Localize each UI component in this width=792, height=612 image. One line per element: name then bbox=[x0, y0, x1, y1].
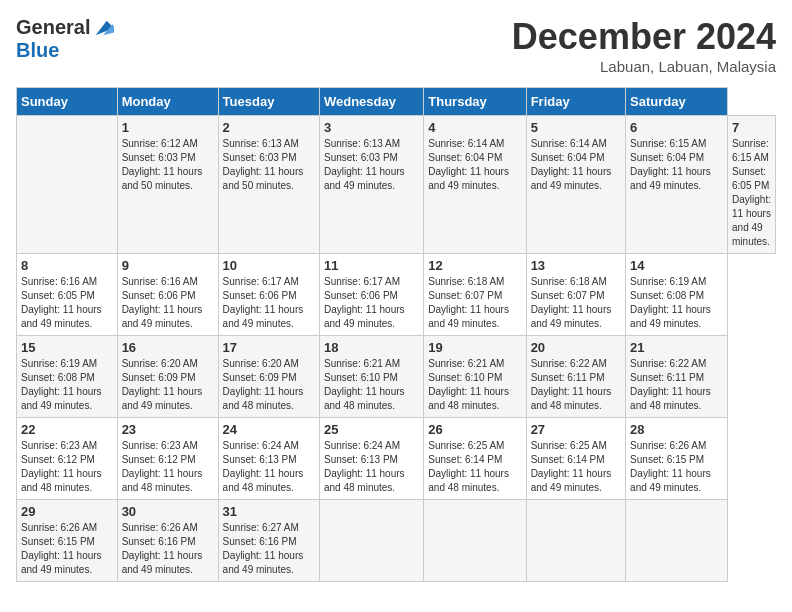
day-number: 28 bbox=[630, 422, 723, 437]
day-info: Sunrise: 6:23 AM Sunset: 6:12 PM Dayligh… bbox=[21, 439, 113, 495]
calendar-cell: 2 Sunrise: 6:13 AM Sunset: 6:03 PM Dayli… bbox=[218, 116, 319, 254]
header: General Blue December 2024 Labuan, Labua… bbox=[16, 16, 776, 75]
day-number: 8 bbox=[21, 258, 113, 273]
day-info: Sunrise: 6:15 AM Sunset: 6:05 PM Dayligh… bbox=[732, 137, 771, 249]
day-number: 15 bbox=[21, 340, 113, 355]
day-header-friday: Friday bbox=[526, 88, 625, 116]
day-number: 21 bbox=[630, 340, 723, 355]
calendar-cell: 20 Sunrise: 6:22 AM Sunset: 6:11 PM Dayl… bbox=[526, 336, 625, 418]
day-number: 4 bbox=[428, 120, 521, 135]
day-header-saturday: Saturday bbox=[626, 88, 728, 116]
day-number: 27 bbox=[531, 422, 621, 437]
day-number: 3 bbox=[324, 120, 419, 135]
day-info: Sunrise: 6:26 AM Sunset: 6:15 PM Dayligh… bbox=[630, 439, 723, 495]
calendar-cell bbox=[319, 500, 423, 582]
calendar-cell: 8 Sunrise: 6:16 AM Sunset: 6:05 PM Dayli… bbox=[17, 254, 118, 336]
day-number: 24 bbox=[223, 422, 315, 437]
day-number: 17 bbox=[223, 340, 315, 355]
day-info: Sunrise: 6:16 AM Sunset: 6:05 PM Dayligh… bbox=[21, 275, 113, 331]
day-info: Sunrise: 6:21 AM Sunset: 6:10 PM Dayligh… bbox=[428, 357, 521, 413]
calendar-title: December 2024 bbox=[512, 16, 776, 58]
day-number: 11 bbox=[324, 258, 419, 273]
day-number: 12 bbox=[428, 258, 521, 273]
calendar-cell: 15 Sunrise: 6:19 AM Sunset: 6:08 PM Dayl… bbox=[17, 336, 118, 418]
day-info: Sunrise: 6:26 AM Sunset: 6:16 PM Dayligh… bbox=[122, 521, 214, 577]
day-header-sunday: Sunday bbox=[17, 88, 118, 116]
day-info: Sunrise: 6:14 AM Sunset: 6:04 PM Dayligh… bbox=[428, 137, 521, 193]
day-header-monday: Monday bbox=[117, 88, 218, 116]
calendar-cell: 21 Sunrise: 6:22 AM Sunset: 6:11 PM Dayl… bbox=[626, 336, 728, 418]
calendar-cell: 19 Sunrise: 6:21 AM Sunset: 6:10 PM Dayl… bbox=[424, 336, 526, 418]
calendar-cell: 23 Sunrise: 6:23 AM Sunset: 6:12 PM Dayl… bbox=[117, 418, 218, 500]
day-header-wednesday: Wednesday bbox=[319, 88, 423, 116]
day-info: Sunrise: 6:25 AM Sunset: 6:14 PM Dayligh… bbox=[428, 439, 521, 495]
calendar-cell: 26 Sunrise: 6:25 AM Sunset: 6:14 PM Dayl… bbox=[424, 418, 526, 500]
calendar-cell: 12 Sunrise: 6:18 AM Sunset: 6:07 PM Dayl… bbox=[424, 254, 526, 336]
day-number: 5 bbox=[531, 120, 621, 135]
calendar-cell: 4 Sunrise: 6:14 AM Sunset: 6:04 PM Dayli… bbox=[424, 116, 526, 254]
calendar-cell bbox=[424, 500, 526, 582]
day-number: 10 bbox=[223, 258, 315, 273]
calendar-cell: 1 Sunrise: 6:12 AM Sunset: 6:03 PM Dayli… bbox=[117, 116, 218, 254]
calendar-cell: 11 Sunrise: 6:17 AM Sunset: 6:06 PM Dayl… bbox=[319, 254, 423, 336]
day-number: 6 bbox=[630, 120, 723, 135]
day-number: 30 bbox=[122, 504, 214, 519]
calendar-cell: 31 Sunrise: 6:27 AM Sunset: 6:16 PM Dayl… bbox=[218, 500, 319, 582]
calendar-cell bbox=[626, 500, 728, 582]
day-number: 19 bbox=[428, 340, 521, 355]
calendar-cell: 5 Sunrise: 6:14 AM Sunset: 6:04 PM Dayli… bbox=[526, 116, 625, 254]
day-info: Sunrise: 6:15 AM Sunset: 6:04 PM Dayligh… bbox=[630, 137, 723, 193]
day-number: 2 bbox=[223, 120, 315, 135]
day-number: 26 bbox=[428, 422, 521, 437]
calendar-cell: 14 Sunrise: 6:19 AM Sunset: 6:08 PM Dayl… bbox=[626, 254, 728, 336]
calendar-cell: 6 Sunrise: 6:15 AM Sunset: 6:04 PM Dayli… bbox=[626, 116, 728, 254]
calendar-cell: 29 Sunrise: 6:26 AM Sunset: 6:15 PM Dayl… bbox=[17, 500, 118, 582]
day-header-thursday: Thursday bbox=[424, 88, 526, 116]
day-info: Sunrise: 6:23 AM Sunset: 6:12 PM Dayligh… bbox=[122, 439, 214, 495]
day-info: Sunrise: 6:24 AM Sunset: 6:13 PM Dayligh… bbox=[324, 439, 419, 495]
calendar-cell: 18 Sunrise: 6:21 AM Sunset: 6:10 PM Dayl… bbox=[319, 336, 423, 418]
day-number: 1 bbox=[122, 120, 214, 135]
day-info: Sunrise: 6:22 AM Sunset: 6:11 PM Dayligh… bbox=[531, 357, 621, 413]
day-info: Sunrise: 6:17 AM Sunset: 6:06 PM Dayligh… bbox=[324, 275, 419, 331]
day-info: Sunrise: 6:19 AM Sunset: 6:08 PM Dayligh… bbox=[630, 275, 723, 331]
calendar-subtitle: Labuan, Labuan, Malaysia bbox=[512, 58, 776, 75]
day-info: Sunrise: 6:18 AM Sunset: 6:07 PM Dayligh… bbox=[531, 275, 621, 331]
day-info: Sunrise: 6:20 AM Sunset: 6:09 PM Dayligh… bbox=[223, 357, 315, 413]
calendar-cell: 16 Sunrise: 6:20 AM Sunset: 6:09 PM Dayl… bbox=[117, 336, 218, 418]
title-area: December 2024 Labuan, Labuan, Malaysia bbox=[512, 16, 776, 75]
logo-general-text: General bbox=[16, 16, 90, 39]
day-info: Sunrise: 6:14 AM Sunset: 6:04 PM Dayligh… bbox=[531, 137, 621, 193]
day-number: 29 bbox=[21, 504, 113, 519]
day-number: 7 bbox=[732, 120, 771, 135]
calendar-cell: 22 Sunrise: 6:23 AM Sunset: 6:12 PM Dayl… bbox=[17, 418, 118, 500]
day-info: Sunrise: 6:25 AM Sunset: 6:14 PM Dayligh… bbox=[531, 439, 621, 495]
day-number: 20 bbox=[531, 340, 621, 355]
day-info: Sunrise: 6:22 AM Sunset: 6:11 PM Dayligh… bbox=[630, 357, 723, 413]
calendar-cell: 24 Sunrise: 6:24 AM Sunset: 6:13 PM Dayl… bbox=[218, 418, 319, 500]
logo-icon bbox=[92, 17, 114, 39]
day-info: Sunrise: 6:20 AM Sunset: 6:09 PM Dayligh… bbox=[122, 357, 214, 413]
day-number: 22 bbox=[21, 422, 113, 437]
day-number: 14 bbox=[630, 258, 723, 273]
calendar-cell: 17 Sunrise: 6:20 AM Sunset: 6:09 PM Dayl… bbox=[218, 336, 319, 418]
calendar-cell: 7 Sunrise: 6:15 AM Sunset: 6:05 PM Dayli… bbox=[728, 116, 776, 254]
day-header-tuesday: Tuesday bbox=[218, 88, 319, 116]
calendar-cell bbox=[17, 116, 118, 254]
day-info: Sunrise: 6:26 AM Sunset: 6:15 PM Dayligh… bbox=[21, 521, 113, 577]
day-info: Sunrise: 6:21 AM Sunset: 6:10 PM Dayligh… bbox=[324, 357, 419, 413]
day-number: 18 bbox=[324, 340, 419, 355]
day-number: 9 bbox=[122, 258, 214, 273]
calendar-table: SundayMondayTuesdayWednesdayThursdayFrid… bbox=[16, 87, 776, 582]
day-info: Sunrise: 6:19 AM Sunset: 6:08 PM Dayligh… bbox=[21, 357, 113, 413]
logo: General Blue bbox=[16, 16, 114, 62]
calendar-cell: 3 Sunrise: 6:13 AM Sunset: 6:03 PM Dayli… bbox=[319, 116, 423, 254]
day-info: Sunrise: 6:16 AM Sunset: 6:06 PM Dayligh… bbox=[122, 275, 214, 331]
calendar-cell: 13 Sunrise: 6:18 AM Sunset: 6:07 PM Dayl… bbox=[526, 254, 625, 336]
day-number: 25 bbox=[324, 422, 419, 437]
day-number: 16 bbox=[122, 340, 214, 355]
calendar-cell: 28 Sunrise: 6:26 AM Sunset: 6:15 PM Dayl… bbox=[626, 418, 728, 500]
calendar-cell: 27 Sunrise: 6:25 AM Sunset: 6:14 PM Dayl… bbox=[526, 418, 625, 500]
day-info: Sunrise: 6:24 AM Sunset: 6:13 PM Dayligh… bbox=[223, 439, 315, 495]
calendar-cell: 30 Sunrise: 6:26 AM Sunset: 6:16 PM Dayl… bbox=[117, 500, 218, 582]
